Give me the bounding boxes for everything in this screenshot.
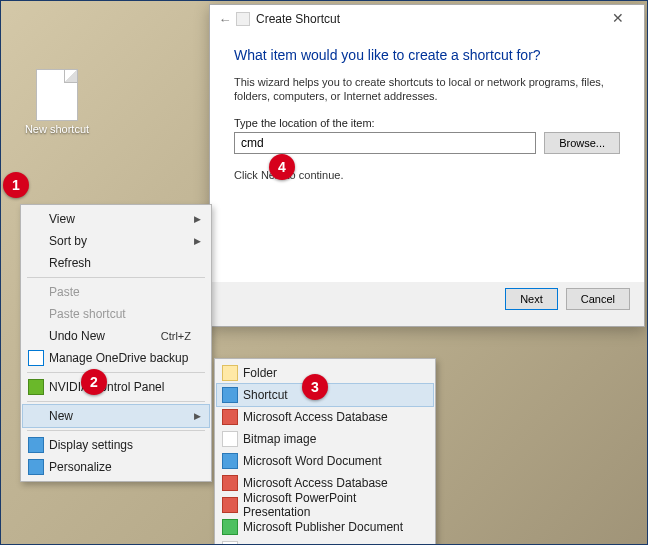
menu-item-bitmap-image[interactable]: Bitmap image [217,428,433,450]
menu-item-microsoft-powerpoint-presentation[interactable]: Microsoft PowerPoint Presentation [217,494,433,516]
menu-item-icon [222,453,238,469]
menu-item-label: New [49,409,73,423]
menu-item-personalize[interactable]: Personalize [23,456,209,478]
chevron-right-icon: ▶ [194,411,201,421]
separator [27,372,205,373]
menu-item-microsoft-word-document[interactable]: Microsoft Word Document [217,450,433,472]
menu-item-label: Microsoft Word Document [243,454,382,468]
back-button[interactable]: ← [216,12,234,27]
menu-item-label: Microsoft Access Database [243,410,388,424]
separator [27,401,205,402]
menu-item-refresh[interactable]: Refresh [23,252,209,274]
menu-item-icon [222,475,238,491]
menu-item-label: Microsoft Access Database [243,476,388,490]
file-icon [36,69,78,121]
menu-item-icon [222,431,238,447]
menu-item-label: Sort by [49,234,87,248]
menu-item-label: Undo New [49,329,105,343]
menu-item-icon [222,541,238,545]
menu-item-undo-new[interactable]: Undo NewCtrl+Z [23,325,209,347]
menu-item-icon [222,387,238,403]
menu-item-paste-shortcut: Paste shortcut [23,303,209,325]
desktop-context-menu: View▶Sort by▶Refresh PastePaste shortcut… [20,204,212,482]
menu-item-new[interactable]: New▶ [23,405,209,427]
location-input[interactable] [234,132,536,154]
browse-button[interactable]: Browse... [544,132,620,154]
cancel-button[interactable]: Cancel [566,288,630,310]
menu-item-icon [222,519,238,535]
menu-item-icon [222,409,238,425]
menu-item-label: View [49,212,75,226]
desktop-shortcut-icon[interactable]: New shortcut [19,69,95,136]
menu-item-icon [28,459,44,475]
callout-2: 2 [81,369,107,395]
callout-3: 3 [302,374,328,400]
menu-item-icon [222,497,238,513]
chevron-right-icon: ▶ [194,236,201,246]
next-button[interactable]: Next [505,288,558,310]
wizard-icon [236,12,250,26]
separator [27,277,205,278]
menu-item-icon [28,379,44,395]
menu-item-manage-onedrive-backup[interactable]: Manage OneDrive backup [23,347,209,369]
callout-4: 4 [269,154,295,180]
menu-item-nvidia-control-panel[interactable]: NVIDIA Control Panel [23,376,209,398]
menu-item-label: Bitmap image [243,432,316,446]
menu-item-icon [28,437,44,453]
menu-item-label: Paste shortcut [49,307,126,321]
menu-item-label: Shortcut [243,388,288,402]
location-label: Type the location of the item: [234,117,620,129]
menu-item-microsoft-access-database[interactable]: Microsoft Access Database [217,406,433,428]
menu-item-label: Paste [49,285,80,299]
dialog-title: Create Shortcut [256,12,340,26]
menu-item-icon [222,365,238,381]
dialog-footer: Next Cancel [210,282,644,326]
dialog-description: This wizard helps you to create shortcut… [234,75,620,103]
callout-1: 1 [3,172,29,198]
menu-item-icon [28,350,44,366]
menu-item-label: Folder [243,366,277,380]
menu-item-paste: Paste [23,281,209,303]
menu-item-label: Display settings [49,438,133,452]
menu-item-shortcut: Ctrl+Z [161,330,191,342]
menu-item-label: Microsoft Publisher Document [243,520,403,534]
menu-item-view[interactable]: View▶ [23,208,209,230]
menu-item-label: Manage OneDrive backup [49,351,188,365]
separator [27,430,205,431]
menu-item-rich-text-format[interactable]: Rich Text Format [217,538,433,545]
chevron-right-icon: ▶ [194,214,201,224]
menu-item-label: Personalize [49,460,112,474]
titlebar: ← Create Shortcut ✕ [210,5,644,33]
menu-item-microsoft-publisher-document[interactable]: Microsoft Publisher Document [217,516,433,538]
menu-item-display-settings[interactable]: Display settings [23,434,209,456]
close-button[interactable]: ✕ [598,5,638,33]
menu-item-label: Refresh [49,256,91,270]
menu-item-sort-by[interactable]: Sort by▶ [23,230,209,252]
menu-item-label: Microsoft PowerPoint Presentation [243,491,415,519]
dialog-heading: What item would you like to create a sho… [234,47,620,63]
desktop-icon-label: New shortcut [19,123,95,136]
